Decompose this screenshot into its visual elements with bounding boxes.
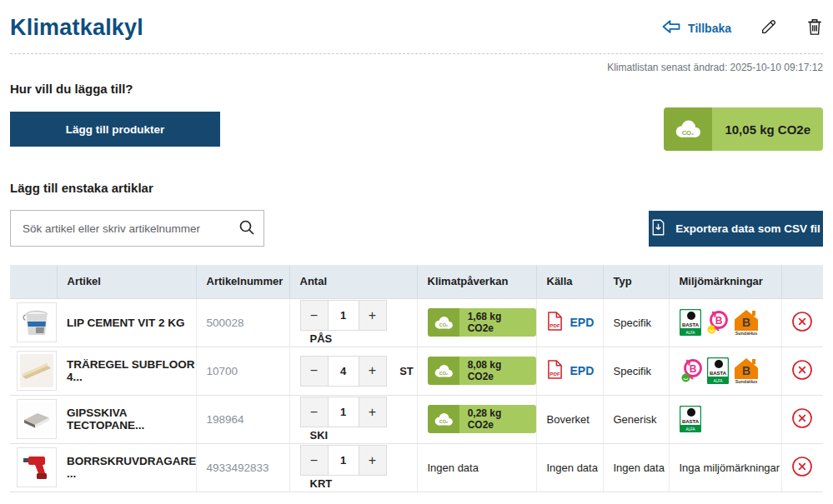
quantity-value[interactable]: 1 (329, 397, 359, 427)
product-name: BORRSKRUVDRAGARE ... (67, 455, 196, 480)
co2-badge: CO₂0,28 kg CO2e (428, 405, 536, 433)
quantity-stepper: −1+ (300, 445, 387, 476)
co2-cloud-icon: CO₂ (428, 357, 459, 385)
table-row: GIPSSKIVA TECTOPANE... 198964 −1+ SKI CO… (10, 395, 823, 443)
add-products-button[interactable]: Lägg till produkter (10, 112, 220, 147)
article-number: 10700 (207, 365, 238, 377)
svg-text:CO₂: CO₂ (439, 419, 448, 424)
svg-text:ALFA: ALFA (713, 379, 722, 383)
topbar: Klimatkalkyl Tillbaka (10, 0, 823, 41)
decrease-quantity-button[interactable]: − (300, 445, 329, 476)
page-title: Klimatkalkyl (10, 15, 661, 41)
svg-text:BASTA: BASTA (709, 371, 726, 376)
articles-table: Artikel Artikelnummer Antal Klimatpåverk… (10, 265, 823, 492)
quantity-stepper: −1+ (300, 300, 387, 331)
klimatkalkyl-page: Klimatkalkyl Tillbaka Klimatlistan senas… (0, 0, 833, 492)
delete-button[interactable] (806, 17, 823, 38)
table-row: TRÄREGEL SUBFLOOR 4... 10700 −4+ ST CO₂8… (10, 347, 823, 395)
svg-text:ALFA: ALFA (685, 331, 695, 335)
svg-text:ALFA: ALFA (685, 427, 695, 432)
pdf-icon: PDF (547, 360, 563, 382)
article-number: 500028 (207, 317, 244, 329)
remove-row-button[interactable] (791, 407, 813, 432)
search-box (10, 210, 264, 247)
quantity-stepper: −1+ (300, 397, 387, 427)
increase-quantity-button[interactable]: + (359, 445, 387, 476)
product-name: LIP CEMENT VIT 2 KG (67, 317, 185, 329)
increase-quantity-button[interactable]: + (359, 397, 387, 427)
remove-row-button[interactable] (791, 311, 813, 335)
basta-icon: BASTAALFA (680, 309, 701, 336)
add-question-heading: Hur vill du lägga till? (10, 82, 823, 96)
edit-button[interactable] (760, 17, 778, 38)
svg-text:CO₂: CO₂ (682, 129, 695, 137)
basta-icon: BASTAALFA (707, 357, 729, 384)
unit-label: KRT (310, 477, 333, 490)
col-miljomarkningar: Miljömärkningar (669, 265, 781, 298)
remove-icon (791, 407, 813, 432)
unit-label: SKI (310, 429, 329, 442)
svg-text:PDF: PDF (549, 371, 560, 377)
source-text: Ingen data (547, 462, 598, 474)
search-input[interactable] (23, 222, 238, 235)
svg-text:BASTA: BASTA (681, 322, 699, 327)
decrease-quantity-button[interactable]: − (300, 300, 329, 331)
single-articles-heading: Lägg till enstaka artiklar (10, 181, 823, 195)
type-text: Generisk (614, 413, 657, 426)
top-actions: Tillbaka (661, 17, 823, 38)
increase-quantity-button[interactable]: + (359, 300, 387, 331)
col-klimatpaverkan: Klimatpåverkan (417, 265, 536, 298)
co2-badge: CO₂1,68 kg CO2e (428, 308, 536, 337)
pencil-icon (760, 17, 778, 38)
type-text: Ingen data (614, 462, 665, 474)
byggvarubedomningen-icon: B (680, 357, 703, 384)
total-co2-badge: CO₂ 10,05 kg CO2e (664, 107, 823, 151)
quantity-value[interactable]: 4 (329, 356, 359, 387)
co2-cloud-icon: CO₂ (664, 107, 712, 151)
product-thumbnail (17, 351, 57, 391)
increase-quantity-button[interactable]: + (359, 356, 387, 387)
quantity-stepper: −4+ (300, 356, 387, 387)
sundahus-icon: BSundaHus (733, 357, 760, 384)
back-link[interactable]: Tillbaka (661, 19, 731, 37)
svg-text:CO₂: CO₂ (439, 371, 448, 376)
remove-icon (791, 311, 813, 335)
col-remove (781, 265, 823, 298)
remove-icon (791, 456, 813, 480)
svg-text:SundaHus: SundaHus (735, 331, 757, 336)
sundahus-icon: BSundaHus (733, 309, 760, 336)
product-thumbnail (17, 302, 57, 342)
byggvarubedomningen-icon: B (705, 309, 729, 336)
divider (10, 53, 823, 54)
co2-value: 0,28 kg CO2e (459, 405, 536, 433)
product-thumbnail (17, 447, 57, 487)
back-label: Tillbaka (688, 22, 731, 35)
svg-text:PDF: PDF (549, 322, 560, 328)
type-text: Specifik (614, 365, 652, 377)
remove-row-button[interactable] (791, 359, 813, 383)
col-artikelnummer: Artikelnummer (196, 265, 289, 298)
svg-text:B: B (689, 363, 696, 375)
co2-cloud-icon: CO₂ (428, 405, 459, 433)
decrease-quantity-button[interactable]: − (300, 397, 329, 427)
col-typ: Typ (603, 265, 669, 298)
no-eco-labels-text: Inga miljömärkningar (680, 462, 780, 474)
epd-link[interactable]: EPD (570, 316, 595, 329)
quantity-value[interactable]: 1 (329, 445, 359, 476)
decrease-quantity-button[interactable]: − (300, 356, 329, 387)
co2-value: 8,08 kg CO2e (459, 357, 536, 385)
trash-icon (806, 17, 823, 38)
co2-badge: CO₂8,08 kg CO2e (428, 357, 536, 385)
quantity-value[interactable]: 1 (329, 300, 359, 331)
co2-no-data: Ingen data (428, 462, 479, 474)
product-name: GIPSSKIVA TECTOPANE... (67, 407, 144, 432)
download-icon (651, 219, 665, 238)
svg-text:B: B (741, 364, 750, 377)
export-csv-button[interactable]: Exportera data som CSV fil (649, 211, 823, 247)
search-button[interactable] (238, 219, 255, 238)
remove-icon (791, 359, 813, 383)
search-icon (238, 219, 255, 238)
epd-link[interactable]: EPD (570, 364, 595, 377)
pdf-icon: PDF (547, 312, 563, 333)
remove-row-button[interactable] (791, 456, 813, 480)
